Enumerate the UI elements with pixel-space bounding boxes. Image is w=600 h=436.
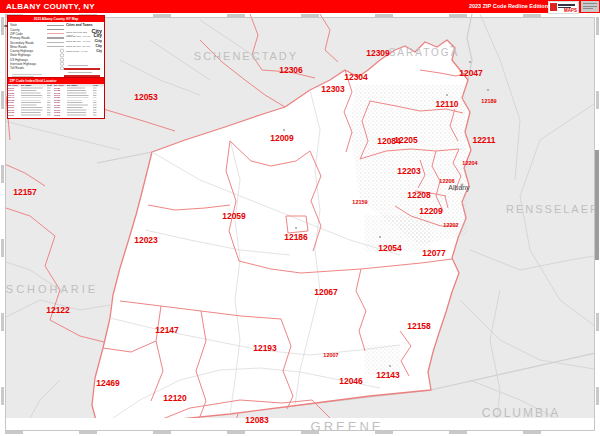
legend-city-sample: City: [94, 38, 102, 43]
legend-item-sample: [47, 29, 64, 30]
zip-label-12186: 12186: [284, 232, 308, 242]
logo-icon: [550, 3, 557, 11]
zip-label-12304: 12304: [344, 72, 368, 82]
grid-ticks-left: [1, 17, 4, 431]
zip-label-12309: 12309: [366, 48, 390, 58]
fine-print-box: [581, 1, 599, 12]
county-label-schenectady: SCHENECTADY: [194, 50, 298, 62]
fine-print-line: [583, 3, 597, 4]
city-label-albany: Albany: [448, 184, 469, 191]
zip-label-12067: 12067: [314, 287, 338, 297]
scale-bar: [64, 68, 100, 70]
zip-label-12077: 12077: [422, 248, 446, 258]
zip-label-12007: 12007: [323, 352, 338, 358]
legend-city-sample: City: [96, 49, 102, 52]
map-canvas: + SCHENECTADYSARATOGARENSSELAERSCHOHARIE…: [0, 13, 600, 436]
zip-label-12046: 12046: [339, 376, 363, 386]
zip-index-name: [67, 116, 93, 117]
legend-item-sample: [60, 49, 64, 53]
legend-item: State Highways: [10, 53, 64, 57]
zip-label-12209: 12209: [419, 206, 443, 216]
zip-label-12204: 12204: [462, 160, 477, 166]
legend-item-label: County: [10, 27, 20, 30]
legend-city-class-label: Cities 10,000 - 24,999: [66, 44, 90, 47]
publisher-logo: MAPS: [548, 1, 579, 14]
legend-city-sample: City: [93, 33, 102, 38]
zip-label-12211: 12211: [472, 135, 495, 145]
legend-item: Secondary Roads: [10, 40, 64, 44]
zip-index-grid: [47, 116, 54, 117]
zip-label-12205: 12205: [394, 135, 418, 145]
zip-label-12009: 12009: [270, 133, 294, 143]
zip-label-12122: 12122: [46, 305, 70, 315]
zip-label-12189: 12189: [481, 98, 496, 104]
legend-city-class: Cities 10,000 - 24,999City: [66, 44, 102, 50]
legend-item-sample: [47, 24, 64, 25]
legend-item: Primary Roads: [10, 35, 64, 39]
legend-item: ZIP Code: [10, 31, 64, 35]
page-title: ALBANY COUNTY, NY: [6, 0, 95, 13]
zip-label-12059: 12059: [222, 211, 246, 221]
legend-box: 2023 Albany County, NY Map StateCountyZI…: [7, 15, 105, 79]
zip-index-name: [21, 116, 47, 117]
legend-cities-column: Cities and Towns Cities 100,000 and Abov…: [66, 23, 102, 63]
legend-city-class: Cities 100,000 and AboveCity: [66, 27, 102, 33]
county-label-rensselaer: RENSSELAER: [506, 203, 600, 215]
legend-city-class-label: Cities 50,000 - 99,999: [66, 34, 90, 37]
scale-caption: [68, 72, 92, 73]
legend-city-class: Cities 5,000 - 9,999City: [66, 49, 102, 55]
legend-item-label: ZIP Code: [10, 32, 23, 35]
logo-line: [558, 4, 575, 6]
legend-city-class-label: Cities 25,000 - 49,999: [66, 39, 90, 42]
zip-label-12053: 12053: [134, 92, 158, 102]
zip-index-row: 1211012204: [8, 116, 104, 117]
zip-label-12157: 12157: [13, 187, 37, 197]
zip-label-12120: 12120: [163, 393, 187, 403]
legend-item-sample: [60, 53, 64, 57]
legend-item-label: State: [10, 23, 17, 26]
zip-label-12303: 12303: [321, 84, 345, 94]
zip-label-12083: 12083: [245, 415, 269, 425]
legend-body: StateCountyZIP CodePrimary RoadsSecondar…: [8, 22, 104, 78]
legend-item: County: [10, 27, 64, 31]
legend-cities-header: Cities and Towns: [66, 23, 102, 28]
legend-item-label: Toll Roads: [10, 66, 24, 69]
zip-label-12158: 12158: [407, 321, 431, 331]
grid-ticks-bottom: [5, 431, 595, 434]
zip-label-12047: 12047: [459, 68, 483, 78]
scale-caption: [68, 65, 88, 66]
zip-label-12202: 12202: [443, 222, 458, 228]
legend-item: Interstate Highways: [10, 61, 64, 65]
zip-label-12159: 12159: [352, 199, 367, 205]
legend-item: Toll Roads: [10, 65, 64, 69]
legend-item-label: State Highways: [10, 53, 31, 56]
title-bar: ALBANY COUNTY, NY 2023 ZIP Code Redline …: [0, 0, 600, 13]
zip-label-12110: 12110: [435, 99, 458, 109]
zip-label-12208: 12208: [407, 190, 431, 200]
zip-label-12054: 12054: [378, 243, 402, 253]
zip-index-table: ZIP CodeZIP NameGridZIP CodeZIP NameGrid…: [8, 84, 104, 117]
legend-item: County Highways: [10, 48, 64, 52]
edition-label: 2023 ZIP Code Redline Edition: [469, 0, 548, 13]
legend-city-class: Cities 25,000 - 49,999City: [66, 38, 102, 44]
legend-item-sample: [47, 41, 64, 42]
legend-item-label: Minor Roads: [10, 45, 27, 48]
zip-label-12469: 12469: [96, 378, 120, 388]
county-label-saratoga: SARATOGA: [389, 47, 460, 58]
legend-symbols-column: StateCountyZIP CodePrimary RoadsSecondar…: [10, 23, 64, 75]
logo-text: MAPS: [564, 9, 577, 14]
zip-index-grid: [93, 116, 100, 117]
legend-item-label: US Highways: [10, 58, 28, 61]
legend-item: State: [10, 23, 64, 27]
map-edge-bar: [595, 150, 599, 260]
zip-index-zip: 12204: [54, 116, 67, 117]
legend-item-label: Interstate Highways: [10, 62, 36, 65]
legend-item-sample: [60, 62, 64, 66]
legend-copyright: [12, 74, 42, 75]
legend-item-label: County Highways: [10, 49, 33, 52]
legend-item-sample: [47, 37, 64, 38]
legend-item-sample: [47, 33, 64, 34]
fine-print-line: [583, 6, 597, 7]
zip-label-12147: 12147: [155, 325, 179, 335]
zip-label-12023: 12023: [134, 235, 158, 245]
